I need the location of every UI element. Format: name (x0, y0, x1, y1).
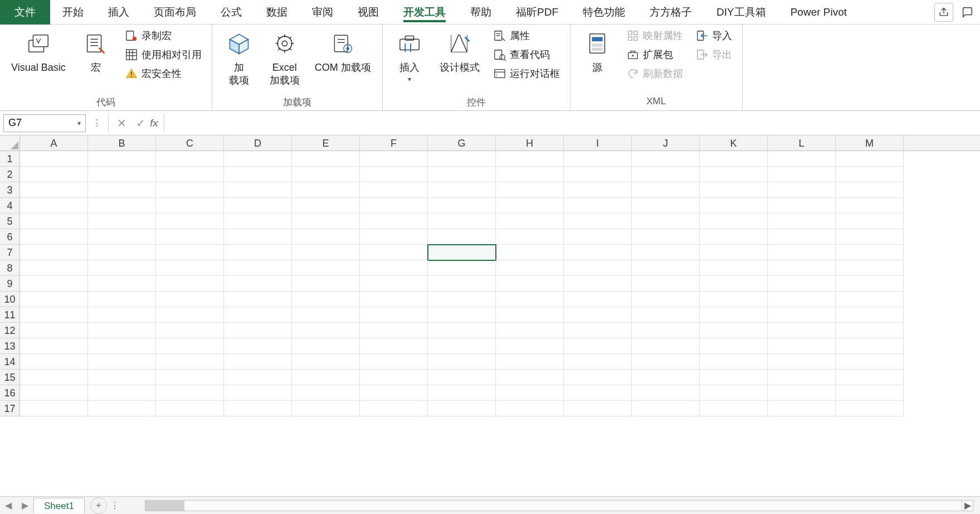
cell[interactable] (836, 214, 904, 229)
row-header[interactable]: 17 (0, 401, 20, 416)
cell[interactable] (156, 245, 224, 260)
cell[interactable] (700, 182, 768, 198)
cell[interactable] (156, 401, 224, 416)
cell[interactable] (768, 323, 836, 338)
cell[interactable] (20, 167, 88, 182)
cell[interactable] (632, 323, 700, 338)
cell[interactable] (360, 229, 428, 245)
cell[interactable] (20, 229, 88, 245)
cell[interactable] (632, 229, 700, 245)
cell[interactable] (768, 385, 836, 401)
cell[interactable] (88, 276, 156, 292)
cell[interactable] (20, 354, 88, 370)
cell[interactable] (292, 338, 360, 354)
cell[interactable] (564, 245, 632, 260)
cell[interactable] (156, 385, 224, 401)
cell[interactable] (360, 401, 428, 416)
cell[interactable] (700, 323, 768, 338)
cell[interactable] (632, 260, 700, 276)
cell[interactable] (428, 401, 496, 416)
cell[interactable] (360, 182, 428, 198)
cell[interactable] (700, 260, 768, 276)
properties-button[interactable]: 属性 (491, 28, 562, 43)
cell[interactable] (224, 182, 292, 198)
cell[interactable] (292, 214, 360, 229)
tab-data[interactable]: 数据 (254, 0, 300, 25)
tab-powerpivot[interactable]: Power Pivot (778, 0, 859, 25)
cell[interactable] (836, 370, 904, 385)
cell[interactable] (88, 151, 156, 167)
cell[interactable] (428, 370, 496, 385)
cell[interactable] (20, 292, 88, 307)
cell[interactable] (88, 323, 156, 338)
cell[interactable] (700, 307, 768, 323)
cell[interactable] (836, 229, 904, 245)
tab-insert[interactable]: 插入 (96, 0, 142, 25)
cell[interactable] (360, 307, 428, 323)
cell[interactable] (564, 151, 632, 167)
scroll-thumb[interactable] (145, 501, 184, 511)
cell[interactable] (564, 167, 632, 182)
cell[interactable] (768, 182, 836, 198)
cell[interactable] (88, 182, 156, 198)
cell[interactable] (156, 307, 224, 323)
cell[interactable] (496, 370, 564, 385)
column-header[interactable]: J (632, 135, 700, 151)
cell[interactable] (496, 354, 564, 370)
cell[interactable] (20, 307, 88, 323)
cell[interactable] (20, 323, 88, 338)
cell[interactable] (428, 276, 496, 292)
row-header[interactable]: 13 (0, 338, 20, 354)
cell[interactable] (292, 198, 360, 214)
cell[interactable] (428, 198, 496, 214)
cell[interactable] (156, 229, 224, 245)
sheet-nav-prev[interactable]: ◀ (0, 497, 17, 514)
cell[interactable] (360, 385, 428, 401)
cell[interactable] (768, 151, 836, 167)
cell[interactable] (428, 229, 496, 245)
cell[interactable] (156, 182, 224, 198)
cell[interactable] (156, 276, 224, 292)
cell[interactable] (496, 323, 564, 338)
column-header[interactable]: M (836, 135, 904, 151)
cell[interactable] (360, 354, 428, 370)
expansion-pack-button[interactable]: 扩展包 (624, 47, 685, 62)
excel-addins-button[interactable]: Excel 加载项 (266, 27, 304, 88)
cell[interactable] (768, 307, 836, 323)
cell[interactable] (836, 245, 904, 260)
cell[interactable] (224, 151, 292, 167)
cell[interactable] (700, 292, 768, 307)
cell[interactable] (496, 198, 564, 214)
cell[interactable] (224, 307, 292, 323)
cell[interactable] (20, 151, 88, 167)
name-box[interactable]: G7 ▾ (3, 114, 86, 132)
cell[interactable] (360, 198, 428, 214)
cell[interactable] (700, 198, 768, 214)
cell[interactable] (496, 276, 564, 292)
comments-button[interactable] (958, 3, 977, 22)
cell[interactable] (20, 198, 88, 214)
cell[interactable] (496, 401, 564, 416)
column-header[interactable]: I (564, 135, 632, 151)
column-header[interactable]: A (20, 135, 88, 151)
cell[interactable] (564, 338, 632, 354)
cell[interactable] (292, 292, 360, 307)
cell[interactable] (632, 292, 700, 307)
name-box-more[interactable]: ⋮ (89, 118, 105, 128)
refresh-data-button[interactable]: 刷新数据 (624, 66, 685, 81)
cell[interactable] (360, 245, 428, 260)
row-header[interactable]: 14 (0, 354, 20, 370)
import-button[interactable]: 导入 (693, 28, 734, 43)
addins-button[interactable]: 加 载项 (220, 27, 258, 88)
cell[interactable] (20, 260, 88, 276)
insert-controls-button[interactable]: 插入 ▾ (391, 27, 428, 85)
row-header[interactable]: 12 (0, 323, 20, 338)
design-mode-button[interactable]: 设计模式 (436, 27, 483, 75)
cell[interactable] (156, 198, 224, 214)
cell[interactable] (836, 182, 904, 198)
cell[interactable] (700, 385, 768, 401)
cell[interactable] (700, 214, 768, 229)
tab-ffgz[interactable]: 方方格子 (637, 0, 704, 25)
cell[interactable] (632, 385, 700, 401)
tab-special[interactable]: 特色功能 (571, 0, 637, 25)
